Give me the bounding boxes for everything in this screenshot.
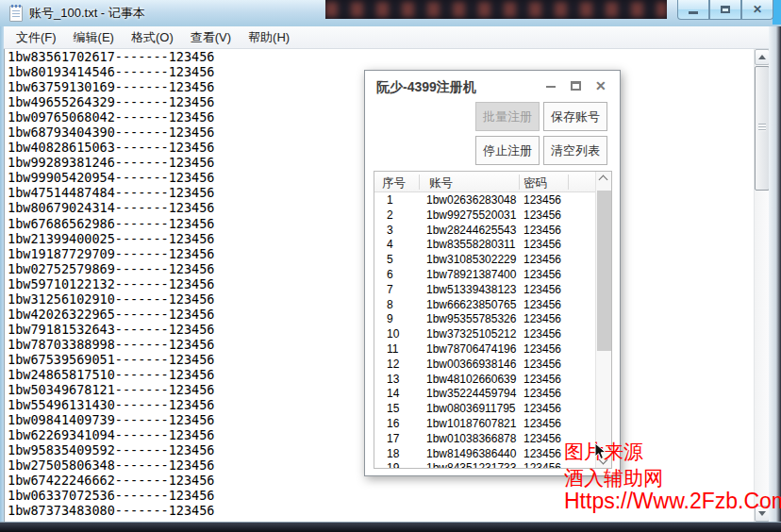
table-row[interactable]: 61bw78921387400123456 [374, 267, 595, 282]
table-row[interactable]: 161bw10187607821123456 [374, 416, 595, 431]
table-row[interactable]: 191bw84351231733123456 [374, 460, 595, 468]
notepad-window: 账号_100.txt - 记事本 ✕ 文件(F) 编辑(E) 格式(O) 查看(… [0, 0, 781, 532]
cell-seq: 11 [387, 342, 398, 356]
column-header-seq[interactable]: 序号 [382, 175, 406, 191]
cell-seq: 6 [387, 268, 393, 281]
table-row[interactable]: 41bw83558280311123456 [374, 237, 595, 252]
cell-seq: 8 [387, 298, 393, 311]
scrollbar-grip-icon [758, 124, 766, 131]
table-vertical-scrollbar[interactable] [595, 172, 611, 468]
table-scrollbar-thumb[interactable] [597, 191, 611, 351]
table-row[interactable]: 101bw37325105212123456 [374, 326, 595, 341]
titlebar-glass-edge [773, 0, 781, 25]
close-button[interactable]: ✕ [741, 0, 773, 20]
stop-register-button[interactable]: 停止注册 [475, 136, 540, 165]
desktop-background-blur [325, 0, 667, 19]
watermark-line-2: 酒入辅助网 [564, 465, 663, 491]
menu-format[interactable]: 格式(O) [123, 26, 182, 49]
column-divider [419, 175, 420, 190]
dialog-close-icon[interactable]: ✕ [595, 78, 607, 93]
window-controls: ✕ [677, 0, 773, 20]
scrollbar-thumb[interactable] [755, 66, 770, 191]
menu-help[interactable]: 帮助(H) [240, 26, 298, 49]
menu-edit[interactable]: 编辑(E) [65, 26, 123, 49]
cell-account: 1bw78921387400 [426, 268, 516, 281]
table-row[interactable]: 21bw99275520031123456 [374, 208, 595, 223]
table-header: 序号 账号 密码 [374, 172, 595, 192]
table-scroll-up-icon[interactable] [599, 175, 608, 185]
minimize-button[interactable] [677, 0, 709, 20]
cell-seq: 15 [387, 402, 399, 415]
cell-password: 123456 [523, 432, 561, 445]
cell-password: 123456 [523, 327, 561, 341]
batch-register-button[interactable]: 批量注册 [475, 102, 540, 131]
cell-account: 1bw78706474196 [426, 342, 516, 356]
cell-seq: 5 [387, 253, 393, 266]
menu-bar: 文件(F) 编辑(E) 格式(O) 查看(V) 帮助(H) [4, 26, 769, 49]
table-row[interactable]: 31bw28244625543123456 [374, 223, 595, 238]
save-accounts-button[interactable]: 保存账号 [543, 102, 607, 131]
cell-seq: 10 [387, 327, 399, 341]
dialog-minimize-icon[interactable] [546, 86, 556, 88]
cell-seq: 3 [387, 224, 393, 237]
table-row[interactable]: 141bw35224459794123456 [374, 386, 595, 401]
cell-password: 123456 [523, 357, 561, 371]
maximize-icon [721, 6, 730, 13]
cell-seq: 19 [387, 461, 399, 468]
minimize-icon [689, 11, 698, 14]
table-row[interactable]: 121bw00366938146123456 [374, 357, 595, 372]
dialog-maximize-icon[interactable] [571, 81, 581, 91]
window-border-right [769, 26, 781, 522]
column-header-password[interactable]: 密码 [523, 175, 547, 191]
column-header-account[interactable]: 账号 [429, 175, 453, 191]
cell-password: 123456 [523, 283, 561, 296]
table-row[interactable]: 81bw66623850765123456 [374, 297, 595, 312]
cell-seq: 13 [387, 373, 399, 386]
cell-password: 123456 [523, 268, 561, 281]
cell-password: 123456 [523, 402, 561, 415]
close-icon: ✕ [753, 4, 762, 15]
notepad-titlebar[interactable]: 账号_100.txt - 记事本 ✕ [0, 0, 781, 26]
menu-view[interactable]: 查看(V) [182, 26, 240, 49]
cell-seq: 12 [387, 357, 399, 371]
maximize-button[interactable] [709, 0, 741, 20]
table-row[interactable]: 51bw31085302229123456 [374, 252, 595, 267]
cell-seq: 17 [387, 432, 399, 445]
cell-account: 1bw02636283048 [426, 193, 516, 207]
cell-password: 123456 [523, 238, 561, 251]
table-row[interactable]: 151bw08036911795123456 [374, 401, 595, 416]
table-row[interactable]: 131bw48102660639123456 [374, 372, 595, 387]
cell-seq: 9 [387, 312, 393, 325]
cell-password: 123456 [523, 208, 561, 222]
dialog-title: 阮少-4399注册机 [376, 79, 476, 96]
cell-password: 123456 [523, 417, 561, 430]
cell-account: 1bw28244625543 [426, 224, 516, 237]
notepad-vertical-scrollbar[interactable] [754, 49, 769, 522]
cell-account: 1bw51339438123 [426, 283, 516, 296]
cell-password: 123456 [523, 387, 561, 400]
notepad-icon [9, 6, 23, 22]
cell-password: 123456 [523, 342, 561, 356]
cell-account: 1bw81496386440 [426, 447, 516, 460]
table-row[interactable]: 111bw78706474196123456 [374, 341, 595, 357]
clear-list-button[interactable]: 清空列表 [543, 136, 607, 165]
notepad-text-line: 1bw83561702617-------123456 [5, 49, 754, 64]
cell-account: 1bw84351231733 [426, 461, 516, 468]
cell-seq: 1 [387, 193, 393, 207]
cell-seq: 2 [387, 208, 393, 222]
table-row[interactable]: 181bw81496386440123456 [374, 446, 595, 461]
table-row[interactable]: 91bw95355785326123456 [374, 311, 595, 326]
accounts-table: 序号 账号 密码 11bw0263628304812345621bw992755… [374, 171, 612, 469]
scroll-up-button[interactable] [755, 49, 770, 65]
table-row[interactable]: 171bw01038366878123456 [374, 431, 595, 446]
cell-account: 1bw00366938146 [426, 357, 516, 371]
cell-account: 1bw48102660639 [426, 373, 516, 386]
table-row[interactable]: 71bw51339438123123456 [374, 282, 595, 297]
table-row[interactable]: 11bw02636283048123456 [374, 192, 595, 208]
cell-password: 123456 [523, 298, 561, 311]
cell-account: 1bw35224459794 [426, 387, 516, 400]
column-divider [568, 175, 569, 190]
cell-account: 1bw08036911795 [426, 402, 516, 415]
menu-file[interactable]: 文件(F) [8, 26, 65, 49]
scroll-up-icon [758, 55, 766, 59]
